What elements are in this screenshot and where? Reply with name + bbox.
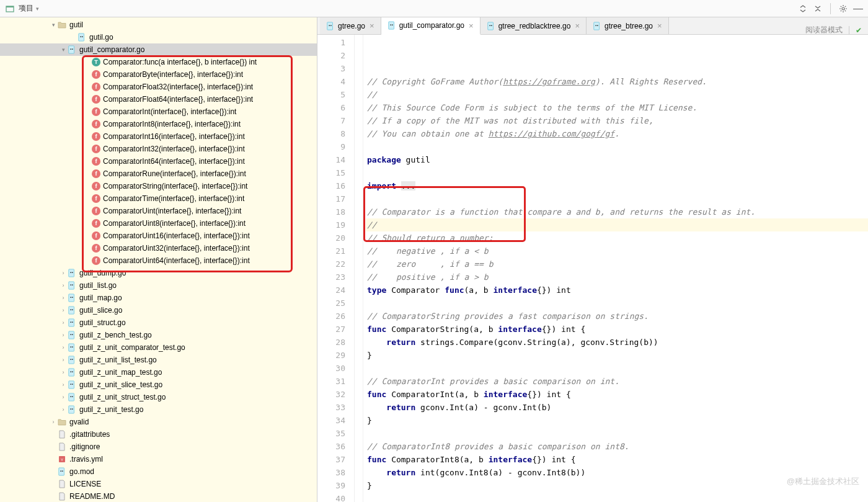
tree-item[interactable]: gutil.go bbox=[0, 31, 317, 43]
tree-item[interactable]: fComparatorString(interface{}, interface… bbox=[0, 180, 317, 192]
tree-item[interactable]: fComparatorUint16(interface{}, interface… bbox=[0, 230, 317, 242]
close-icon[interactable]: × bbox=[657, 21, 662, 30]
tree-item[interactable]: ›gutil_z_unit_list_test.go bbox=[0, 354, 317, 366]
tree-item[interactable]: fComparatorFloat64(interface{}, interfac… bbox=[0, 93, 317, 105]
tree-item[interactable]: ›gutil_z_unit_map_test.go bbox=[0, 366, 317, 379]
svg-rect-3 bbox=[79, 34, 84, 41]
tree-item[interactable]: go.mod bbox=[0, 465, 317, 478]
tree-item[interactable]: fComparatorUint32(interface{}, interface… bbox=[0, 242, 317, 254]
tree-item[interactable]: .gitignore bbox=[0, 441, 317, 453]
code-line-20[interactable]: // positive , if a > b bbox=[366, 271, 868, 284]
code-line-4[interactable]: // If a copy of the MIT was not distribu… bbox=[366, 114, 868, 127]
tree-item[interactable]: fComparatorTime(interface{}, interface{}… bbox=[0, 192, 317, 205]
code-line-22[interactable] bbox=[366, 297, 868, 310]
tree-item[interactable]: fComparatorByte(interface{}, interface{}… bbox=[0, 68, 317, 81]
tree-item[interactable]: fComparatorInt16(interface{}, interface{… bbox=[0, 130, 317, 143]
tab-gtree_redblacktree-go[interactable]: gtree_redblacktree.go× bbox=[480, 17, 587, 34]
code-content[interactable]: // Copyright GoFrame Author(https://gofr… bbox=[363, 35, 868, 502]
svg-point-2 bbox=[842, 7, 844, 10]
code-line-6[interactable] bbox=[366, 140, 868, 153]
tree-item[interactable]: ▾gutil_comparator.go bbox=[0, 43, 317, 56]
code-line-26[interactable]: } bbox=[366, 349, 868, 362]
code-line-9[interactable]: import ... bbox=[366, 179, 868, 192]
project-icon[interactable] bbox=[5, 4, 15, 14]
code-line-27[interactable] bbox=[366, 362, 868, 375]
tree-item[interactable]: ›gutil_z_unit_slice_test.go bbox=[0, 379, 317, 391]
reader-mode-toggle[interactable]: 阅读器模式 ✔ bbox=[805, 25, 862, 35]
hide-icon[interactable]: — bbox=[853, 4, 863, 14]
tree-item[interactable]: README.MD bbox=[0, 490, 317, 502]
code-line-32[interactable] bbox=[366, 427, 868, 440]
tree-item[interactable]: fComparatorUint64(interface{}, interface… bbox=[0, 254, 317, 267]
tree-item[interactable]: TComparator:func(a interface{}, b interf… bbox=[0, 56, 317, 68]
code-line-14[interactable] bbox=[366, 192, 868, 205]
code-line-21[interactable]: type Comparator func(a, b interface{}) i… bbox=[366, 284, 868, 297]
tree-item[interactable]: fComparatorInt32(interface{}, interface{… bbox=[0, 143, 317, 155]
code-line-36[interactable]: } bbox=[366, 479, 868, 492]
tree-item[interactable]: fComparatorInt64(interface{}, interface{… bbox=[0, 155, 317, 168]
code-line-23[interactable]: // ComparatorString provides a fast comp… bbox=[366, 310, 868, 323]
code-line-2[interactable]: // bbox=[366, 88, 868, 101]
svg-point-61 bbox=[597, 25, 598, 26]
gear-icon[interactable] bbox=[838, 4, 848, 14]
svg-rect-24 bbox=[69, 331, 74, 339]
tree-item[interactable]: ▾gutil bbox=[0, 19, 317, 31]
tree-item[interactable]: fComparatorRune(interface{}, interface{}… bbox=[0, 168, 317, 180]
code-line-17[interactable]: // Should return a number: bbox=[366, 231, 868, 244]
code-line-19[interactable]: // zero , if a == b bbox=[366, 258, 868, 271]
tree-item[interactable]: ›gutil_z_unit_comparator_test.go bbox=[0, 341, 317, 354]
svg-text:Y: Y bbox=[61, 458, 63, 462]
tree-item[interactable]: ›gutil_map.go bbox=[0, 292, 317, 304]
code-line-16[interactable]: // bbox=[366, 218, 868, 231]
tab-gtree_btree-go[interactable]: gtree_btree.go× bbox=[587, 17, 669, 34]
code-line-34[interactable]: func ComparatorInt8(a, b interface{}) in… bbox=[366, 453, 868, 466]
code-line-29[interactable]: func ComparatorInt(a, b interface{}) int… bbox=[366, 388, 868, 401]
tree-item[interactable]: ›gutil_z_unit_test.go bbox=[0, 403, 317, 416]
code-line-3[interactable]: // This Source Code Form is subject to t… bbox=[366, 101, 868, 114]
tab-gutil_comparator-go[interactable]: gutil_comparator.go× bbox=[381, 17, 480, 35]
tree-item[interactable]: ›gutil_z_bench_test.go bbox=[0, 329, 317, 341]
project-tree[interactable]: ▾gutilgutil.go▾gutil_comparator.goTCompa… bbox=[0, 17, 317, 502]
project-selector[interactable]: 项目 bbox=[19, 3, 39, 14]
svg-rect-53 bbox=[388, 22, 394, 29]
tab-gtree-go[interactable]: gtree.go× bbox=[320, 17, 381, 34]
code-line-5[interactable]: // You can obtain one at https://github.… bbox=[366, 127, 868, 140]
code-line-30[interactable]: return gconv.Int(a) - gconv.Int(b) bbox=[366, 401, 868, 414]
tree-item[interactable]: fComparatorInt8(interface{}, interface{}… bbox=[0, 118, 317, 130]
code-line-37[interactable] bbox=[366, 492, 868, 502]
code-line-35[interactable]: return int(gconv.Int8(a) - gconv.Int8(b)… bbox=[366, 466, 868, 479]
close-icon[interactable]: × bbox=[370, 21, 374, 30]
code-line-28[interactable]: // ComparatorInt provides a basic compar… bbox=[366, 375, 868, 388]
tree-item[interactable]: fComparatorUint8(interface{}, interface{… bbox=[0, 217, 317, 230]
code-line-15[interactable]: // Comparator is a function that compare… bbox=[366, 205, 868, 218]
tree-item[interactable]: LICENSE bbox=[0, 478, 317, 490]
code-line-1[interactable]: // Copyright GoFrame Author(https://gofr… bbox=[366, 75, 868, 88]
tree-item[interactable]: Y.travis.yml bbox=[0, 453, 317, 465]
tree-item[interactable]: .gitattributes bbox=[0, 428, 317, 441]
expand-all-icon[interactable] bbox=[798, 4, 808, 14]
tree-item[interactable]: fComparatorInt(interface{}, interface{})… bbox=[0, 105, 317, 118]
tree-item[interactable]: ›gvalid bbox=[0, 416, 317, 428]
code-line-24[interactable]: func ComparatorString(a, b interface{}) … bbox=[366, 323, 868, 336]
code-line-8[interactable] bbox=[366, 166, 868, 179]
tree-item[interactable]: fComparatorFloat32(interface{}, interfac… bbox=[0, 81, 317, 93]
svg-point-13 bbox=[70, 284, 71, 285]
tree-item[interactable]: ›gutil_dump.go bbox=[0, 267, 317, 279]
code-line-18[interactable]: // negative , if a < b bbox=[366, 244, 868, 258]
svg-point-19 bbox=[70, 309, 71, 310]
close-icon[interactable]: × bbox=[575, 21, 580, 30]
collapse-all-icon[interactable] bbox=[813, 4, 823, 14]
close-icon[interactable]: × bbox=[469, 21, 474, 30]
tree-item[interactable]: ›gutil_slice.go bbox=[0, 304, 317, 316]
code-editor[interactable]: 1234567891415161718192021222324252627282… bbox=[317, 35, 868, 502]
svg-point-60 bbox=[595, 25, 596, 26]
code-line-33[interactable]: // ComparatorInt8 provides a basic compa… bbox=[366, 440, 868, 453]
code-line-7[interactable]: package gutil bbox=[366, 153, 868, 166]
tree-item[interactable]: ›gutil_z_unit_struct_test.go bbox=[0, 391, 317, 403]
tree-item[interactable]: ›gutil_struct.go bbox=[0, 316, 317, 329]
code-line-31[interactable]: } bbox=[366, 414, 868, 427]
tree-item[interactable]: ›gutil_list.go bbox=[0, 279, 317, 292]
tree-item[interactable]: fComparatorUint(interface{}, interface{}… bbox=[0, 205, 317, 217]
svg-rect-36 bbox=[69, 381, 74, 388]
code-line-25[interactable]: return strings.Compare(gconv.String(a), … bbox=[366, 336, 868, 349]
